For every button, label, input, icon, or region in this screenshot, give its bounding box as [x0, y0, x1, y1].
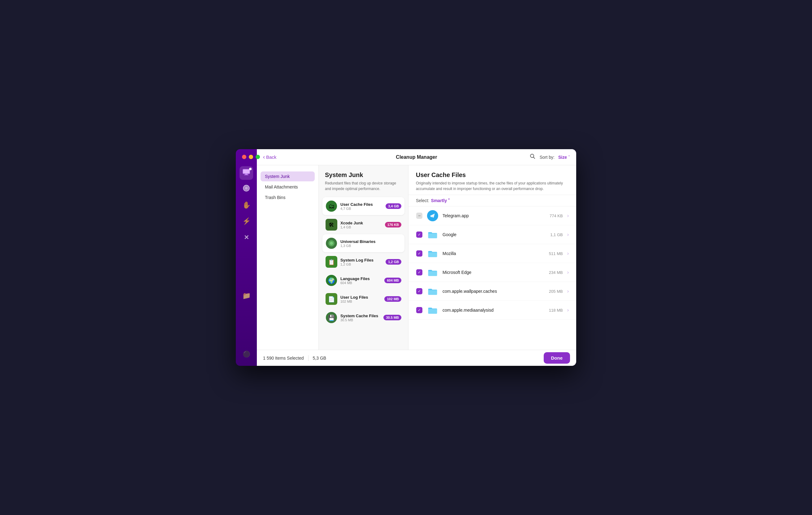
header: ‹ Back Cleanup Manager Sort by: Size	[257, 149, 576, 165]
sidebar-item-monitor[interactable]	[239, 166, 253, 180]
back-label: Back	[266, 154, 276, 160]
back-button[interactable]: ‹ Back	[263, 154, 276, 160]
sort-control[interactable]: Sort by: Size ˅	[540, 155, 570, 160]
svg-point-13	[330, 242, 333, 245]
user-cache-icon: 🗂	[325, 200, 337, 212]
user-log-badge: 102 MB	[384, 296, 401, 302]
hand-icon: ✋	[242, 201, 251, 209]
svg-rect-1	[245, 174, 248, 175]
footer-items-selected: 1 590 Items Selected	[263, 355, 304, 361]
xcode-icon: ✕	[244, 234, 249, 241]
file-row[interactable]: ✓ com.apple.wallpaper.caches 205 MB ›	[408, 282, 576, 301]
svg-rect-0	[243, 169, 250, 174]
google-checkbox[interactable]: ✓	[416, 231, 423, 238]
user-cache-badge: 3,4 GB	[385, 203, 401, 209]
telegram-app-icon	[427, 210, 438, 221]
svg-line-6	[533, 157, 535, 159]
sidebar-item-bottom[interactable]: ⚫	[239, 347, 253, 361]
file-row[interactable]: ✓ Google 1,1 GB ›	[408, 225, 576, 244]
header-title: Cleanup Manager	[396, 154, 437, 160]
xcode-junk-info: Xcode Junk 1,4 GB	[340, 221, 382, 229]
google-name: Google	[442, 232, 537, 237]
checked-checkbox: ✓	[416, 250, 423, 257]
list-item[interactable]: 🗂 User Cache Files 4,7 GB 3,4 GB	[322, 197, 404, 215]
traffic-light-yellow[interactable]	[249, 155, 253, 159]
edge-chevron-icon[interactable]: ›	[567, 269, 569, 275]
svg-text:🌍: 🌍	[328, 277, 335, 284]
right-panel-header: User Cache Files Originally intended to …	[408, 165, 576, 195]
telegram-checkbox[interactable]: −	[416, 212, 423, 219]
right-panel-desc: Originally intended to improve startup t…	[416, 180, 564, 192]
list-item[interactable]: Universal Binaries 1,3 GB	[322, 234, 404, 252]
checked-checkbox: ✓	[416, 269, 423, 276]
list-item[interactable]: 🌍 Language Files 604 MB 604 MB	[322, 271, 404, 289]
telegram-name: Telegram.app	[442, 213, 537, 218]
xcode-junk-badge: 176 KB	[385, 222, 401, 227]
mozilla-chevron-icon[interactable]: ›	[567, 251, 569, 256]
telegram-chevron-icon[interactable]: ›	[567, 213, 569, 219]
language-files-icon: 🌍	[325, 275, 337, 286]
bottom-icon: ⚫	[242, 350, 250, 358]
language-files-badge: 604 MB	[384, 278, 401, 283]
search-button[interactable]	[530, 153, 535, 161]
middle-panel-header: System Junk Redundant files that clog up…	[319, 165, 408, 195]
file-row[interactable]: − Telegram.app 774 KB	[408, 206, 576, 225]
sidebar: ✋ ⚡ ✕ 📁 ⚫	[236, 149, 257, 366]
sort-value: Size	[558, 155, 567, 160]
system-log-info: System Log Files 1,2 GB	[340, 258, 382, 266]
select-smartly-dropdown[interactable]: Smartly ˅	[431, 198, 450, 203]
file-row[interactable]: ✓ Microsoft Edge 234 MB ›	[408, 263, 576, 282]
svg-text:📄: 📄	[328, 296, 335, 303]
traffic-light-green[interactable]	[256, 155, 260, 159]
sidebar-item-folder[interactable]: 📁	[239, 289, 253, 303]
google-size: 1,1 GB	[541, 232, 563, 237]
mozilla-name: Mozilla	[442, 251, 537, 256]
left-nav-mail-attachments[interactable]: Mail Attachments	[261, 182, 315, 192]
svg-text:🛠: 🛠	[329, 222, 334, 228]
mozilla-checkbox[interactable]: ✓	[416, 250, 423, 257]
system-cache-info: System Cache Files 30.5 MB	[340, 314, 380, 322]
edge-checkbox[interactable]: ✓	[416, 269, 423, 276]
edge-size: 234 MB	[541, 270, 563, 275]
file-row[interactable]: ✓ com.apple.mediaanalysisd 118 MB ›	[408, 301, 576, 320]
list-item[interactable]: 💾 System Cache Files 30.5 MB 30.5 MB	[322, 309, 404, 326]
media-name: com.apple.mediaanalysisd	[442, 308, 537, 313]
file-row[interactable]: ✓ Mozilla 511 MB ›	[408, 244, 576, 263]
universal-binaries-info: Universal Binaries 1,3 GB	[340, 239, 401, 248]
items-list: 🗂 User Cache Files 4,7 GB 3,4 GB	[319, 195, 408, 350]
file-list: − Telegram.app 774 KB	[408, 206, 576, 350]
svg-rect-2	[244, 175, 249, 175]
left-nav: System Junk Mail Attachments Trash Bins	[257, 165, 319, 350]
sidebar-item-lightning[interactable]: ⚡	[239, 214, 253, 228]
system-cache-badge: 30.5 MB	[383, 315, 401, 320]
sidebar-item-xcode[interactable]: ✕	[239, 231, 253, 244]
done-button[interactable]: Done	[544, 352, 570, 364]
wallpaper-size: 205 MB	[541, 289, 563, 294]
sidebar-item-ball[interactable]	[239, 182, 253, 196]
system-cache-icon: 💾	[325, 312, 337, 323]
list-item[interactable]: 🛠 Xcode Junk 1,4 GB 176 KB	[322, 216, 404, 234]
wallpaper-checkbox[interactable]: ✓	[416, 288, 423, 295]
list-item[interactable]: 📄 User Log Files 102 MB 102 MB	[322, 290, 404, 308]
edge-name: Microsoft Edge	[442, 270, 537, 275]
media-checkbox[interactable]: ✓	[416, 307, 423, 314]
media-folder-icon	[427, 305, 438, 316]
mozilla-size: 511 MB	[541, 251, 563, 256]
svg-text:🗂: 🗂	[328, 203, 335, 209]
right-panel-title: User Cache Files	[416, 171, 569, 178]
checked-checkbox: ✓	[416, 231, 423, 238]
wallpaper-chevron-icon[interactable]: ›	[567, 288, 569, 294]
list-item[interactable]: 📋 System Log Files 1,2 GB 1,2 GB	[322, 253, 404, 271]
user-log-icon: 📄	[325, 293, 337, 305]
google-chevron-icon[interactable]: ›	[567, 232, 569, 237]
traffic-light-red[interactable]	[242, 155, 246, 159]
system-log-badge: 1,2 GB	[385, 259, 401, 265]
left-nav-trash-bins[interactable]: Trash Bins	[261, 193, 315, 202]
folder-icon: 📁	[242, 292, 251, 300]
wallpaper-name: com.apple.wallpaper.caches	[442, 289, 537, 294]
sidebar-item-hand[interactable]: ✋	[239, 198, 253, 212]
ball-icon	[242, 184, 250, 194]
media-chevron-icon[interactable]: ›	[567, 307, 569, 313]
wallpaper-folder-icon	[427, 286, 438, 297]
left-nav-system-junk[interactable]: System Junk	[261, 171, 315, 181]
